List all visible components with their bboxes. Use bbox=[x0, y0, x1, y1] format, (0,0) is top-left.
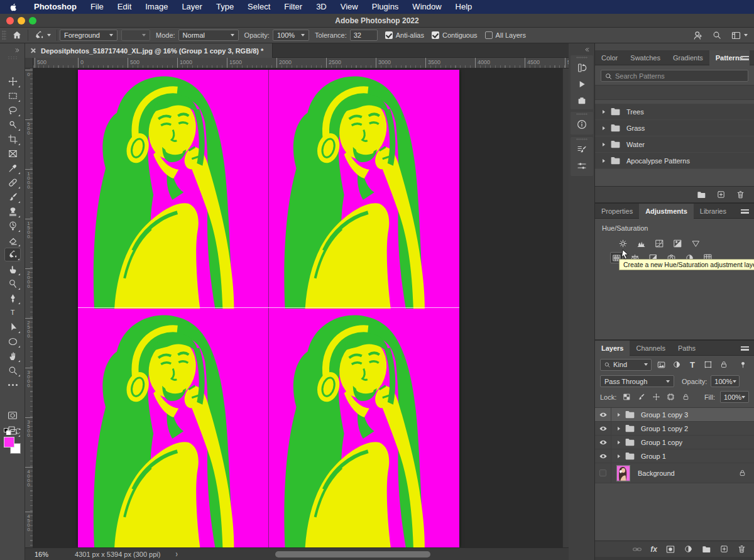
share-user-icon[interactable] bbox=[692, 30, 703, 41]
horizontal-scrollbar-thumb[interactable] bbox=[275, 551, 430, 557]
healing-brush-tool[interactable] bbox=[4, 175, 21, 189]
chevron-right-icon[interactable] bbox=[603, 159, 605, 163]
lasso-tool[interactable] bbox=[4, 103, 21, 117]
pattern-picker-dropdown[interactable] bbox=[121, 30, 150, 41]
opacity-dropdown[interactable]: 100% bbox=[273, 30, 309, 41]
blend-mode-dropdown[interactable]: Pass Through bbox=[600, 375, 674, 387]
workspace-switcher-icon[interactable] bbox=[731, 30, 748, 41]
active-tool-icon[interactable] bbox=[31, 28, 54, 42]
hand-tool[interactable] bbox=[4, 349, 21, 363]
link-layers-button[interactable] bbox=[632, 544, 642, 554]
tab-layers[interactable]: Layers bbox=[595, 341, 630, 356]
screen-mode-button[interactable] bbox=[4, 424, 21, 437]
chevron-right-icon[interactable] bbox=[603, 126, 605, 130]
lock-position-icon[interactable] bbox=[651, 391, 661, 403]
chevron-right-icon[interactable] bbox=[618, 427, 620, 431]
lock-image-pixels-icon[interactable] bbox=[637, 391, 647, 403]
foreground-color-swatch[interactable] bbox=[4, 437, 14, 447]
menu-file[interactable]: File bbox=[84, 0, 111, 14]
pattern-group-apocalypse[interactable]: Apocalypse Patterns bbox=[595, 153, 754, 169]
menu-filter[interactable]: Filter bbox=[277, 0, 309, 14]
brush-tool[interactable] bbox=[4, 190, 21, 204]
close-tab-icon[interactable] bbox=[30, 48, 36, 53]
brightness-contrast-adjustment-icon[interactable] bbox=[616, 238, 629, 249]
vertical-scrollbar[interactable] bbox=[562, 69, 569, 547]
contiguous-checkbox[interactable]: Contiguous bbox=[432, 31, 478, 39]
tab-paths[interactable]: Paths bbox=[672, 341, 702, 355]
history-brush-tool[interactable] bbox=[4, 219, 21, 233]
layer-filter-kind-dropdown[interactable]: Kind bbox=[600, 359, 652, 371]
shape-tool[interactable] bbox=[4, 334, 21, 348]
fill-source-dropdown[interactable]: Foreground bbox=[60, 30, 117, 41]
filter-adjustment-layers-icon[interactable] bbox=[671, 359, 683, 371]
curves-adjustment-icon[interactable] bbox=[653, 238, 665, 249]
layer-row-group1copy[interactable]: Group 1 copy bbox=[595, 436, 754, 449]
filter-pixel-layers-icon[interactable] bbox=[655, 359, 667, 371]
exposure-adjustment-icon[interactable] bbox=[671, 238, 684, 249]
lock-all-icon[interactable] bbox=[680, 391, 691, 403]
patterns-search-input[interactable] bbox=[615, 72, 728, 80]
patterns-panel-menu-icon[interactable] bbox=[741, 56, 749, 60]
tab-libraries[interactable]: Libraries bbox=[694, 204, 733, 218]
tab-swatches[interactable]: Swatches bbox=[624, 50, 667, 65]
tab-channels[interactable]: Channels bbox=[630, 341, 671, 355]
actions-panel-icon[interactable] bbox=[571, 76, 593, 92]
history-panel-icon[interactable] bbox=[571, 60, 593, 76]
canvas-viewport[interactable] bbox=[25, 69, 569, 547]
visibility-eye-icon[interactable] bbox=[595, 422, 611, 435]
new-adjustment-layer-button[interactable] bbox=[684, 544, 693, 554]
vibrance-adjustment-icon[interactable] bbox=[689, 238, 702, 249]
all-layers-checkbox[interactable]: All Layers bbox=[485, 31, 526, 39]
layer-fill-dropdown[interactable]: 100% bbox=[720, 391, 749, 403]
vertical-ruler[interactable]: 0 500 1000 1500 2000 2500 3000 3500 4000… bbox=[25, 69, 33, 547]
zoom-level-field[interactable]: 16% bbox=[35, 551, 48, 558]
levels-adjustment-icon[interactable] bbox=[635, 238, 647, 249]
object-selection-tool[interactable] bbox=[4, 118, 21, 131]
layer-row-group1[interactable]: Group 1 bbox=[595, 449, 754, 463]
tab-adjustments[interactable]: Adjustments bbox=[639, 204, 694, 219]
type-tool[interactable]: T bbox=[4, 305, 21, 319]
libraries-panel-icon[interactable] bbox=[571, 92, 593, 109]
menu-select[interactable]: Select bbox=[241, 0, 277, 14]
status-options-chevron[interactable]: › bbox=[175, 549, 177, 559]
menu-type[interactable]: Type bbox=[209, 0, 241, 14]
quick-mask-button[interactable] bbox=[4, 409, 21, 422]
visibility-eye-icon[interactable] bbox=[595, 408, 611, 421]
new-group-button[interactable] bbox=[701, 544, 711, 554]
menu-plugins[interactable]: Plugins bbox=[365, 0, 406, 14]
document-tab[interactable]: Depositphotos_518717440_XL.jpg @ 16% (Gr… bbox=[25, 43, 273, 58]
mode-dropdown[interactable]: Normal bbox=[178, 30, 239, 41]
pen-tool[interactable] bbox=[4, 291, 21, 305]
eraser-tool[interactable] bbox=[4, 233, 21, 247]
chevron-right-icon[interactable] bbox=[618, 454, 620, 458]
tool-presets-panel-icon[interactable] bbox=[571, 141, 593, 158]
menu-edit[interactable]: Edit bbox=[111, 0, 138, 14]
visibility-eye-icon[interactable] bbox=[595, 449, 611, 463]
search-icon[interactable] bbox=[712, 30, 722, 40]
add-layer-mask-button[interactable] bbox=[665, 544, 675, 554]
move-tool[interactable] bbox=[4, 74, 21, 88]
marquee-tool[interactable] bbox=[4, 89, 21, 102]
tolerance-input[interactable] bbox=[350, 30, 378, 41]
crop-tool[interactable] bbox=[4, 132, 21, 146]
pattern-group-grass[interactable]: Grass bbox=[595, 120, 754, 136]
filter-type-layers-icon[interactable]: T bbox=[686, 359, 698, 371]
tab-properties[interactable]: Properties bbox=[595, 204, 639, 218]
apple-menu-icon[interactable] bbox=[9, 3, 18, 12]
paint-bucket-tool[interactable] bbox=[4, 248, 21, 261]
horizontal-ruler[interactable]: 500 0 500 1000 1500 2000 2500 3000 3500 … bbox=[33, 58, 569, 69]
delete-layer-button[interactable] bbox=[737, 544, 746, 554]
new-pattern-button[interactable] bbox=[716, 190, 726, 199]
toolbar-expand-icon[interactable] bbox=[14, 47, 21, 53]
smudge-tool[interactable] bbox=[4, 262, 21, 276]
layer-row-group1copy2[interactable]: Group 1 copy 2 bbox=[595, 422, 754, 436]
frame-tool[interactable] bbox=[4, 146, 21, 160]
layer-row-group1copy3[interactable]: Group 1 copy 3 bbox=[595, 408, 754, 422]
info-panel-icon[interactable] bbox=[571, 116, 593, 133]
filter-shape-layers-icon[interactable] bbox=[702, 359, 714, 371]
menu-layer[interactable]: Layer bbox=[175, 0, 209, 14]
visibility-eye-icon[interactable] bbox=[595, 436, 611, 449]
filter-toggle-pin[interactable] bbox=[737, 359, 749, 371]
lock-artboard-icon[interactable] bbox=[666, 391, 676, 403]
layers-panel-menu-icon[interactable] bbox=[741, 346, 749, 351]
